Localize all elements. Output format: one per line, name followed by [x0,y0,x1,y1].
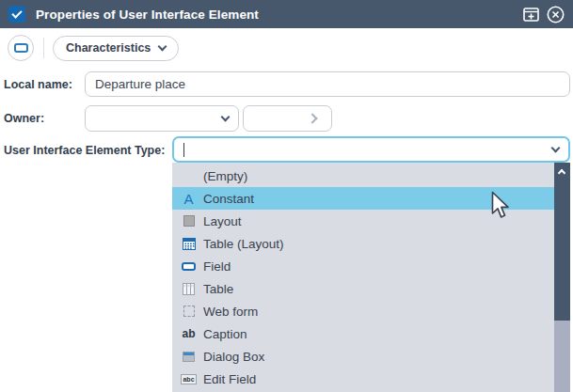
list-item-caption[interactable]: ab Caption [172,322,554,345]
text-caret [183,143,184,157]
close-button[interactable] [547,6,565,24]
dialog-box-icon [183,352,195,362]
field-icon [182,262,196,271]
list-item-web-form[interactable]: Web form [172,300,554,322]
popout-window-icon [523,8,539,22]
list-item-label: Constant [203,192,254,206]
chevron-right-icon [307,113,317,123]
chevron-down-icon [551,143,561,152]
local-name-input[interactable]: Departure place [85,71,570,97]
local-name-value: Departure place [95,77,185,91]
caption-icon: ab [182,328,195,339]
table-icon [183,283,195,295]
close-icon [547,6,565,24]
type-dropdown-list: (Empty) A Constant Layout [172,163,570,392]
list-item-table-layout[interactable]: Table (Layout) [172,232,554,255]
scrollbar-thumb[interactable] [554,163,570,321]
checked-checkbox-icon [8,6,25,23]
window-title: Properties of User Interface Element [36,8,259,22]
type-combobox[interactable] [172,136,570,163]
list-item-field[interactable]: Field [172,255,554,277]
list-item-dialog-box[interactable]: Dialog Box [172,345,554,368]
table-layout-icon [183,238,196,250]
list-item-label: Web form [203,305,258,319]
list-item-label: (Empty) [203,169,247,183]
type-label: User Interface Element Type: [4,144,165,157]
constant-icon: A [183,192,193,206]
list-item-label: Layout [203,214,242,228]
owner-navigate-button[interactable] [243,105,332,132]
titlebar: Properties of User Interface Element [0,0,573,28]
owner-select[interactable] [85,105,239,132]
dropdown-scrollbar[interactable] [554,163,570,392]
popout-window-button[interactable] [523,8,539,22]
scroll-up-icon [558,169,565,177]
edit-field-icon: abc [181,374,196,384]
chevron-down-icon [221,112,231,121]
characteristics-label: Characteristics [66,41,151,55]
toolbar: Characteristics [0,28,573,68]
mouse-cursor-icon [490,191,509,219]
ui-element-button[interactable] [8,35,34,61]
list-item-table[interactable]: Table [172,277,554,300]
local-name-label: Local name: [4,78,72,91]
web-form-icon [183,306,195,317]
list-item-label: Field [203,259,231,274]
ui-element-icon [14,43,28,53]
list-item-label: Edit Field [203,372,256,386]
list-item-label: Table (Layout) [203,237,284,251]
chevron-down-icon [158,41,167,51]
list-item-empty[interactable]: (Empty) [172,165,554,187]
list-item-edit-field[interactable]: abc Edit Field [172,368,554,390]
characteristics-dropdown-button[interactable]: Characteristics [53,36,179,61]
scrollbar-track[interactable] [554,321,570,392]
list-item-label: Dialog Box [203,350,264,364]
layout-icon [183,215,195,227]
list-item-label: Table [203,282,233,296]
list-item-label: Caption [203,327,247,341]
owner-label: Owner: [4,112,44,125]
toolbar-divider [43,38,44,58]
